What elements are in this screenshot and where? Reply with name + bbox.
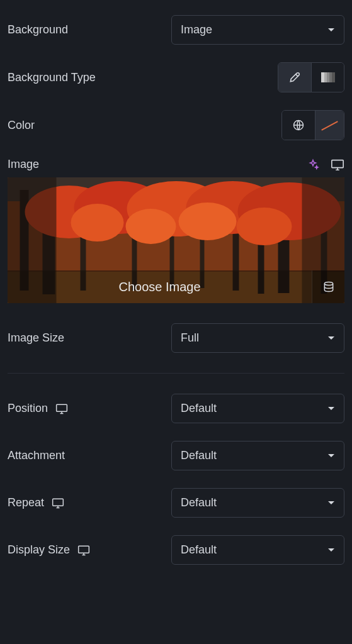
color-label: Color bbox=[8, 119, 35, 132]
chevron-down-icon bbox=[327, 336, 335, 341]
position-select-value: Default bbox=[181, 402, 217, 415]
position-select[interactable]: Default bbox=[171, 394, 344, 423]
paintbrush-icon bbox=[288, 71, 301, 84]
background-select-value: Image bbox=[181, 23, 212, 36]
repeat-select[interactable]: Default bbox=[171, 488, 344, 518]
svg-rect-33 bbox=[53, 499, 64, 506]
background-type-toggle bbox=[278, 62, 344, 92]
background-label: Background bbox=[8, 23, 68, 36]
chevron-down-icon bbox=[327, 28, 335, 33]
display-size-select[interactable]: Default bbox=[171, 535, 344, 565]
color-swatch-button[interactable] bbox=[315, 111, 344, 140]
chevron-down-icon bbox=[327, 406, 335, 411]
ai-sparkle-icon[interactable] bbox=[307, 158, 319, 171]
svg-point-25 bbox=[71, 204, 124, 242]
chevron-down-icon bbox=[327, 453, 335, 458]
image-preview[interactable]: Choose Image bbox=[8, 177, 344, 303]
svg-point-31 bbox=[324, 282, 332, 286]
svg-point-27 bbox=[126, 209, 176, 244]
image-size-label: Image Size bbox=[8, 331, 64, 345]
gradient-icon bbox=[321, 72, 335, 82]
responsive-icon[interactable] bbox=[52, 497, 64, 509]
choose-image-button[interactable]: Choose Image bbox=[8, 280, 312, 294]
svg-point-28 bbox=[237, 208, 292, 245]
svg-rect-34 bbox=[79, 546, 89, 553]
attachment-select[interactable]: Default bbox=[171, 441, 344, 470]
display-size-label: Display Size bbox=[8, 543, 70, 557]
repeat-select-value: Default bbox=[181, 496, 217, 509]
globe-icon bbox=[292, 119, 305, 131]
image-size-select-value: Full bbox=[181, 331, 199, 345]
attachment-select-value: Default bbox=[181, 449, 217, 462]
image-label: Image bbox=[8, 158, 39, 171]
repeat-label: Repeat bbox=[8, 496, 44, 509]
background-type-classic-button[interactable] bbox=[278, 63, 311, 92]
background-type-label: Background Type bbox=[8, 71, 96, 84]
image-size-select[interactable]: Full bbox=[171, 323, 344, 353]
svg-rect-1 bbox=[324, 72, 327, 82]
chevron-down-icon bbox=[327, 548, 335, 553]
color-global-button[interactable] bbox=[282, 111, 315, 140]
attachment-label: Attachment bbox=[8, 449, 65, 462]
responsive-icon[interactable] bbox=[55, 403, 68, 414]
stack-icon bbox=[322, 280, 335, 293]
color-control bbox=[281, 110, 344, 140]
svg-point-26 bbox=[179, 203, 237, 240]
svg-rect-4 bbox=[332, 72, 335, 82]
svg-rect-3 bbox=[329, 72, 332, 82]
display-size-select-value: Default bbox=[181, 543, 217, 557]
background-select[interactable]: Image bbox=[171, 15, 344, 45]
position-label: Position bbox=[8, 402, 48, 415]
svg-rect-6 bbox=[332, 160, 343, 167]
responsive-icon[interactable] bbox=[331, 158, 344, 171]
dynamic-tags-button[interactable] bbox=[312, 270, 344, 303]
svg-rect-32 bbox=[57, 404, 67, 411]
chevron-down-icon bbox=[327, 501, 335, 506]
responsive-icon[interactable] bbox=[77, 545, 90, 556]
divider bbox=[8, 373, 344, 374]
svg-rect-2 bbox=[327, 72, 329, 82]
svg-rect-0 bbox=[321, 72, 324, 82]
color-none-icon bbox=[315, 111, 344, 140]
background-type-gradient-button[interactable] bbox=[311, 63, 344, 92]
